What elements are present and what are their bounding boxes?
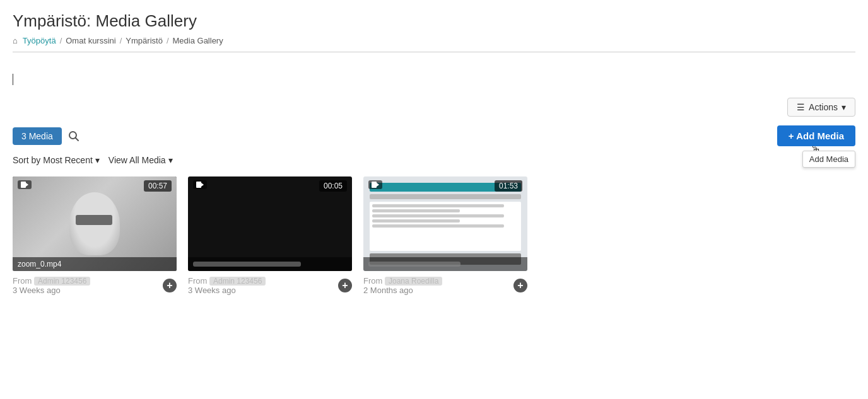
add-media-tooltip: Add Media <box>802 151 855 168</box>
from-label-3: From <box>363 276 385 286</box>
media-thumbnail-2[interactable]: 00:05 <box>188 176 352 271</box>
breadcrumb-gallery: Media Gallery <box>173 36 223 45</box>
actions-label: Actions <box>809 102 838 112</box>
view-label: View All Media <box>108 155 166 165</box>
home-icon: ⌂ <box>13 36 18 45</box>
breadcrumb-courses: Omat kurssini <box>66 36 115 45</box>
view-dropdown[interactable]: View All Media ▾ <box>108 155 173 165</box>
video-icon-1 <box>18 180 32 189</box>
from-label-1: From <box>13 276 34 286</box>
svg-marker-7 <box>377 183 379 187</box>
add-media-wrapper: + Add Media 🖰 Add Media <box>777 125 855 146</box>
add-to-playlist-btn-1[interactable]: + <box>163 279 177 292</box>
time-1: 3 Weeks ago <box>13 286 61 295</box>
author-3: Joana Roedilla <box>385 277 442 286</box>
breadcrumb-home[interactable]: Työpöytä <box>23 36 56 45</box>
from-label-2: From <box>188 276 209 286</box>
actions-caret-icon: ▾ <box>842 102 846 112</box>
breadcrumb: ⌂ Työpöytä / Omat kurssini / Ympäristö /… <box>13 36 855 52</box>
media-card-2: 00:05 From Admin 123456 3 Weeks ago + <box>188 176 352 299</box>
add-media-button[interactable]: + Add Media <box>777 125 855 146</box>
search-icon <box>68 130 79 142</box>
actions-button[interactable]: ☰ Actions ▾ <box>787 98 855 117</box>
author-2: Admin 123456 <box>209 277 266 286</box>
media-grid: 00:57 zoom_0.mp4 From Admin 123456 3 Wee… <box>13 176 855 299</box>
duration-badge-1: 00:57 <box>144 180 172 192</box>
time-2: 3 Weeks ago <box>188 286 236 295</box>
time-3: 2 Months ago <box>363 286 413 295</box>
video-icon-3 <box>368 180 382 189</box>
media-count-button[interactable]: 3 Media <box>13 127 62 145</box>
breadcrumb-ymparist: Ympäristö <box>126 36 163 45</box>
svg-marker-3 <box>26 183 28 187</box>
svg-marker-5 <box>201 183 204 187</box>
svg-rect-4 <box>196 182 201 188</box>
author-1: Admin 123456 <box>34 277 90 286</box>
duration-badge-3: 01:53 <box>495 180 522 192</box>
search-button[interactable] <box>68 130 79 142</box>
sort-label: Sort by Most Recent <box>13 155 93 165</box>
list-icon: ☰ <box>797 102 805 112</box>
svg-rect-6 <box>372 182 377 188</box>
page-title: Ympäristö: Media Gallery <box>13 11 855 31</box>
video-icon-2 <box>193 180 207 189</box>
sort-caret-icon: ▾ <box>95 155 100 165</box>
file-label-1: zoom_0.mp4 <box>13 257 177 271</box>
duration-badge-2: 00:05 <box>319 180 347 192</box>
text-cursor <box>13 74 13 85</box>
sort-dropdown[interactable]: Sort by Most Recent ▾ <box>13 155 100 165</box>
add-to-playlist-btn-2[interactable]: + <box>338 279 352 292</box>
media-card-1: 00:57 zoom_0.mp4 From Admin 123456 3 Wee… <box>13 176 177 299</box>
view-caret-icon: ▾ <box>168 155 173 165</box>
add-to-playlist-btn-3[interactable]: + <box>513 279 527 292</box>
media-thumbnail-1[interactable]: 00:57 zoom_0.mp4 <box>13 176 177 271</box>
media-thumbnail-3[interactable]: 01:53 <box>363 176 527 271</box>
svg-line-1 <box>75 137 78 141</box>
svg-rect-2 <box>21 182 26 188</box>
media-card-3: 01:53 From Joana Roedilla 2 Months ago + <box>363 176 527 299</box>
